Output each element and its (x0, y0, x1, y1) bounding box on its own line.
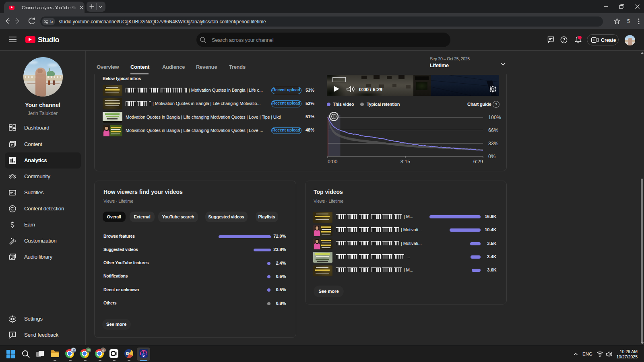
svg-text:6:29: 6:29 (473, 159, 483, 165)
svg-text:0%: 0% (488, 154, 495, 159)
svg-text:0:00: 0:00 (328, 159, 337, 165)
svg-text:33%: 33% (488, 141, 498, 146)
svg-text:66%: 66% (488, 128, 498, 133)
svg-text:3:15: 3:15 (400, 159, 410, 165)
svg-text:100%: 100% (488, 115, 501, 120)
